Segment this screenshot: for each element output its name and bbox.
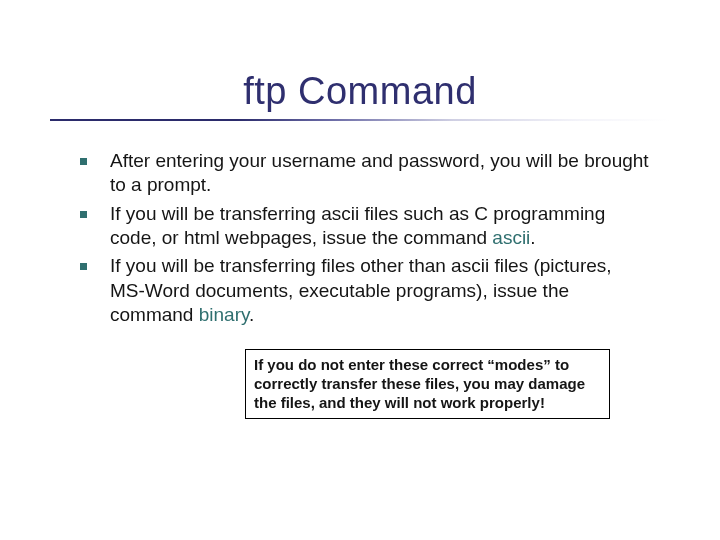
bullet-item: If you will be transferring files other … <box>110 254 650 327</box>
bullet-text: After entering your username and passwor… <box>110 150 649 195</box>
square-bullet-icon <box>80 158 87 165</box>
bullet-text-after: . <box>249 304 254 325</box>
bullet-list: After entering your username and passwor… <box>40 149 680 327</box>
note-box: If you do not enter these correct “modes… <box>245 349 610 419</box>
square-bullet-icon <box>80 211 87 218</box>
slide-title: ftp Command <box>40 70 680 113</box>
bullet-item: After entering your username and passwor… <box>110 149 650 198</box>
slide: ftp Command After entering your username… <box>0 0 720 540</box>
bullet-keyword: binary <box>199 304 249 325</box>
bullet-text-after: . <box>530 227 535 248</box>
bullet-item: If you will be transferring ascii files … <box>110 202 650 251</box>
square-bullet-icon <box>80 263 87 270</box>
title-underline <box>50 119 670 121</box>
bullet-keyword: ascii <box>492 227 530 248</box>
bullet-text: If you will be transferring files other … <box>110 255 612 325</box>
